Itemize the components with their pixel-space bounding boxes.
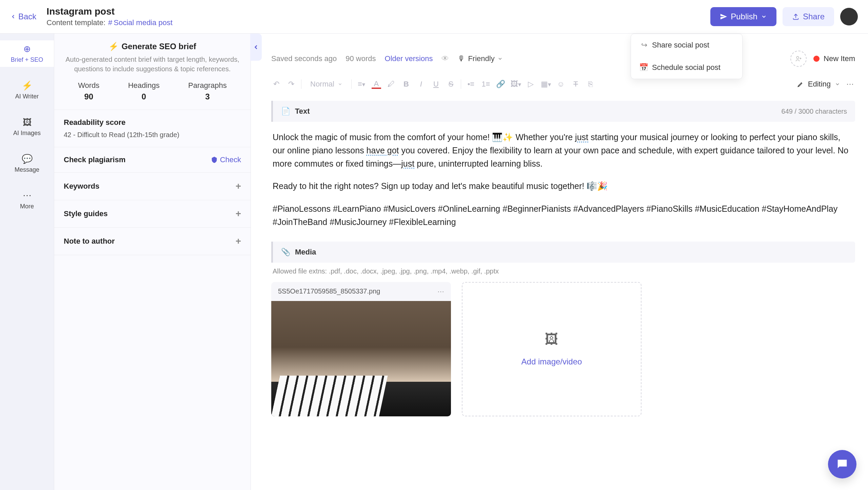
highlight-button[interactable]: 🖊 xyxy=(386,80,396,89)
word-count: 90 words xyxy=(346,54,376,63)
plagiarism-section: Check plagiarism Check xyxy=(54,147,251,173)
image-icon: 🖼 xyxy=(23,117,32,128)
underline-button[interactable]: U xyxy=(431,80,441,89)
clear-format-button[interactable]: T xyxy=(571,80,581,89)
metric-paragraphs: Paragraphs 3 xyxy=(188,81,227,101)
rail-images[interactable]: 🖼 AI Images xyxy=(0,114,54,140)
target-icon: ⊕ xyxy=(23,44,31,54)
add-keyword-button[interactable]: + xyxy=(236,181,241,192)
back-button[interactable]: Back xyxy=(10,12,36,21)
readability-section: Readability score 42 - Difficult to Read… xyxy=(54,110,251,147)
redo-button[interactable]: ↷ xyxy=(286,80,296,89)
add-media-button[interactable]: 🖼 Add image/video xyxy=(462,282,642,416)
template-tag[interactable]: # Social media post xyxy=(108,18,173,27)
strike-button[interactable]: S xyxy=(446,80,456,89)
note-section: Note to author + xyxy=(54,228,251,255)
add-assignee-button[interactable] xyxy=(790,51,807,67)
share-button[interactable]: Share xyxy=(783,7,834,26)
rail-message[interactable]: 💬 Message xyxy=(0,150,54,177)
template-label: Content template: xyxy=(46,18,105,27)
undo-button[interactable]: ↶ xyxy=(271,80,281,89)
rail-brief[interactable]: ⊕ Brief + SEO xyxy=(0,40,54,67)
keywords-section: Keywords + xyxy=(54,173,251,200)
bold-button[interactable]: B xyxy=(401,80,411,89)
bolt-icon: ⚡ xyxy=(22,80,33,91)
mic-icon: 🎙 xyxy=(458,54,465,63)
share-arrow-icon: ↪ xyxy=(639,41,647,50)
media-row: 5S5Oe1717059585_8505337.png ⋯ 🖼 Add imag… xyxy=(271,282,855,416)
chevron-down-icon xyxy=(835,81,840,87)
chat-bubble-icon xyxy=(835,457,849,471)
older-versions-link[interactable]: Older versions xyxy=(385,54,433,63)
text-block-header: 📄 Text 649 / 3000 characters xyxy=(271,101,855,122)
media-more-button[interactable]: ⋯ xyxy=(437,287,444,296)
styleguides-section: Style guides + xyxy=(54,200,251,228)
visibility-icon[interactable]: 👁 xyxy=(441,54,449,63)
chevron-down-icon xyxy=(761,14,767,20)
paperclip-icon: 📎 xyxy=(281,248,290,257)
publish-button[interactable]: Publish xyxy=(710,7,776,26)
link-button[interactable]: 🔗 xyxy=(496,80,506,89)
shield-icon xyxy=(211,156,218,164)
hash-icon: # xyxy=(108,18,112,27)
header-actions: Publish Share xyxy=(710,7,858,26)
number-list-button[interactable]: 1≡ xyxy=(481,80,491,89)
italic-button[interactable]: I xyxy=(416,80,426,89)
text-color-button[interactable]: A xyxy=(371,79,381,89)
table-button[interactable]: ▦▾ xyxy=(541,80,551,89)
generate-brief-desc: Auto-generated content brief with target… xyxy=(64,55,241,74)
brief-panel: ⚡Generate SEO brief Auto-generated conte… xyxy=(54,34,251,490)
page-title: Instagram post xyxy=(46,6,173,17)
char-count: 649 / 3000 characters xyxy=(782,108,847,115)
emoji-button[interactable]: ☺ xyxy=(556,80,566,89)
mode-select[interactable]: Editing xyxy=(797,80,840,89)
video-button[interactable]: ▷ xyxy=(526,80,536,89)
paragraph-style-select[interactable]: Normal xyxy=(306,78,347,90)
readability-value: 42 - Difficult to Read (12th-15th grade) xyxy=(64,131,241,139)
media-thumbnail[interactable] xyxy=(271,301,451,416)
person-plus-icon xyxy=(795,55,802,62)
calendar-icon: 📅 xyxy=(639,63,647,72)
rail-writer[interactable]: ⚡ AI Writer xyxy=(0,77,54,103)
media-filename: 5S5Oe1717059585_8505337.png xyxy=(278,287,380,295)
align-button[interactable]: ≡▾ xyxy=(356,80,367,89)
side-rail: ⊕ Brief + SEO ⚡ AI Writer 🖼 AI Images 💬 … xyxy=(0,34,54,490)
insert-image-button[interactable]: 🖼▾ xyxy=(511,80,521,89)
chat-fab[interactable] xyxy=(828,450,856,478)
content-text[interactable]: Unlock the magic of music from the comfo… xyxy=(271,122,855,242)
code-button[interactable]: ⎘ xyxy=(586,80,596,89)
chevron-down-icon xyxy=(497,56,503,61)
send-icon xyxy=(720,13,727,20)
editor-meta-row: Saved seconds ago 90 words Older version… xyxy=(271,37,855,74)
schedule-social-post[interactable]: 📅 Schedule social post xyxy=(631,56,742,79)
generate-brief-section[interactable]: ⚡Generate SEO brief Auto-generated conte… xyxy=(54,34,251,110)
tone-selector[interactable]: 🎙 Friendly xyxy=(458,54,502,63)
publish-dropdown: ↪ Share social post 📅 Schedule social po… xyxy=(631,34,743,79)
add-note-button[interactable]: + xyxy=(236,236,241,247)
share-social-post[interactable]: ↪ Share social post xyxy=(631,34,742,56)
allowed-extensions: Allowed file extns: .pdf, .doc, .docx, .… xyxy=(273,267,855,275)
doc-icon: 📄 xyxy=(281,107,290,116)
metric-words: Words 90 xyxy=(78,81,99,101)
more-tools-button[interactable]: ⋯ xyxy=(845,80,855,89)
add-styleguide-button[interactable]: + xyxy=(236,208,241,219)
editor-toolbar: ↶ ↷ Normal ≡▾ A 🖊 B I U S •≡ 1≡ 🔗 🖼 xyxy=(271,74,855,101)
dots-icon: ⋯ xyxy=(23,190,32,201)
metric-headings: Headings 0 xyxy=(128,81,160,101)
bullet-list-button[interactable]: •≡ xyxy=(466,80,476,89)
status-pill[interactable]: New Item xyxy=(813,54,855,63)
chevron-down-icon xyxy=(338,82,342,87)
editor-area: ↪ Share social post 📅 Schedule social po… xyxy=(251,34,868,490)
header-title-block: Instagram post Content template: # Socia… xyxy=(46,6,173,27)
readability-title: Readability score xyxy=(64,118,241,127)
template-line: Content template: # Social media post xyxy=(46,18,173,27)
check-plagiarism-button[interactable]: Check xyxy=(211,155,241,164)
image-icon: 🖼 xyxy=(545,332,558,347)
saved-status: Saved seconds ago xyxy=(271,54,337,63)
media-card: 5S5Oe1717059585_8505337.png ⋯ xyxy=(271,282,451,416)
upload-icon xyxy=(792,13,800,20)
media-block-header: 📎 Media xyxy=(271,242,855,263)
rail-more[interactable]: ⋯ More xyxy=(0,187,54,213)
avatar[interactable] xyxy=(840,8,858,25)
status-dot-icon xyxy=(813,56,820,62)
